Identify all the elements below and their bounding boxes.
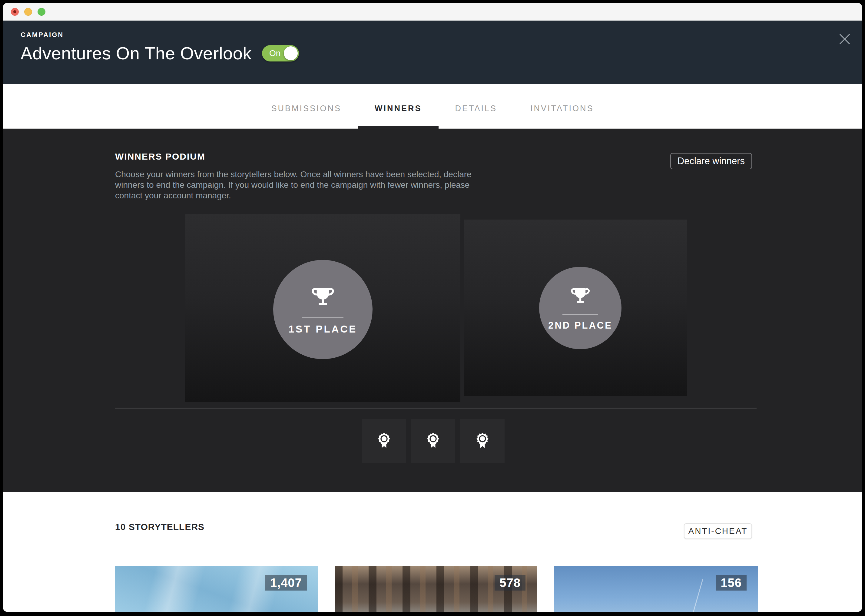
winners-podium-heading: WINNERS PODIUM <box>115 151 494 162</box>
close-icon[interactable] <box>838 32 852 46</box>
storytellers-heading: 10 STORYTELLERS <box>115 522 204 532</box>
anti-cheat-button[interactable]: ANTI-CHEAT <box>684 523 752 539</box>
submission-count-badge: 578 <box>495 575 526 591</box>
podium-card-second: 2ND PLACE <box>464 220 687 396</box>
medal-icon <box>374 431 394 451</box>
trophy-icon <box>309 284 336 313</box>
campaign-tabbar: SUBMISSIONS WINNERS DETAILS INVITATIONS <box>3 84 862 129</box>
declare-winners-button[interactable]: Declare winners <box>670 153 752 169</box>
slot-separator <box>562 314 598 315</box>
tab-invitations[interactable]: INVITATIONS <box>514 89 611 128</box>
tab-submissions[interactable]: SUBMISSIONS <box>254 89 358 128</box>
storyteller-card[interactable]: 1,407 <box>115 566 318 612</box>
storytellers-section: 10 STORYTELLERS ANTI-CHEAT 1,407 578 <box>3 492 862 612</box>
submission-count-badge: 156 <box>716 575 747 591</box>
first-place-slot[interactable]: 1ST PLACE <box>273 260 372 359</box>
minimize-window-button[interactable] <box>24 8 32 16</box>
campaign-title: Adventures On The Overlook <box>20 43 252 63</box>
submission-count-badge: 1,407 <box>265 575 307 591</box>
campaign-on-toggle[interactable]: On <box>262 45 299 61</box>
app-window: CAMPAIGN Adventures On The Overlook On S… <box>3 3 862 612</box>
close-window-button[interactable] <box>11 8 19 16</box>
medal-icon <box>473 431 492 451</box>
winners-podium-description: Choose your winners from the storyteller… <box>115 169 494 201</box>
macos-titlebar <box>3 3 862 20</box>
second-place-slot[interactable]: 2ND PLACE <box>539 267 622 349</box>
winners-panel: WINNERS PODIUM Choose your winners from … <box>3 129 862 492</box>
first-place-label: 1ST PLACE <box>289 324 357 335</box>
toggle-knob[interactable] <box>284 46 298 60</box>
runner-up-slot-1[interactable] <box>362 419 406 463</box>
runner-up-slot-2[interactable] <box>411 419 455 463</box>
trophy-icon <box>569 285 592 309</box>
toggle-state-label: On <box>269 49 281 58</box>
podium-card-first: 1ST PLACE <box>185 214 460 402</box>
second-place-label: 2ND PLACE <box>548 320 612 331</box>
storyteller-card[interactable]: 156 <box>554 566 758 612</box>
slot-separator <box>302 317 344 318</box>
medal-icon <box>424 431 443 451</box>
tab-winners[interactable]: WINNERS <box>358 89 438 128</box>
runner-up-slot-3[interactable] <box>460 419 505 463</box>
podium-divider <box>115 408 757 409</box>
storyteller-card[interactable]: 578 <box>335 566 537 612</box>
tab-details[interactable]: DETAILS <box>438 89 514 128</box>
campaign-header: CAMPAIGN Adventures On The Overlook On <box>3 20 862 84</box>
campaign-eyebrow: CAMPAIGN <box>20 31 862 39</box>
zoom-window-button[interactable] <box>38 8 46 16</box>
contrail-decoration <box>685 579 703 612</box>
